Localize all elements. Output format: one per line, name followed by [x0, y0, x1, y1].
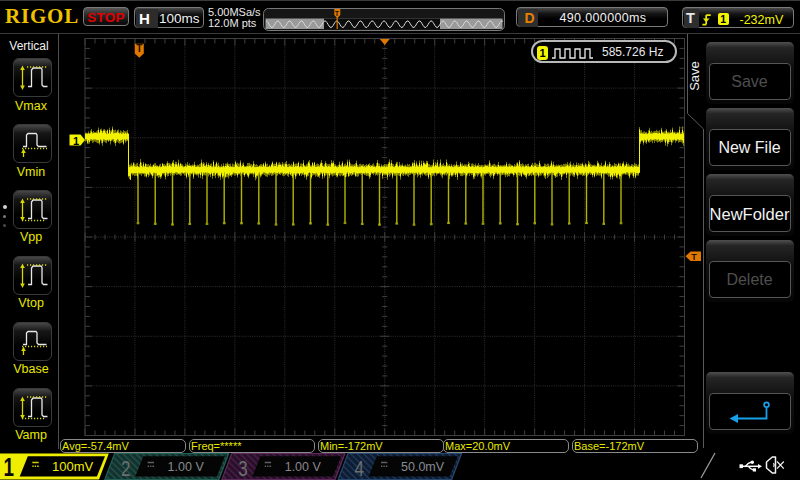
svg-text:3: 3	[238, 456, 248, 480]
svg-text:4: 4	[355, 456, 365, 480]
svg-text:50.0mV: 50.0mV	[401, 460, 445, 474]
svg-text:1: 1	[4, 452, 15, 480]
svg-text:2: 2	[121, 456, 131, 480]
svg-text:100mV: 100mV	[52, 459, 94, 474]
svg-text:1.00 V: 1.00 V	[285, 460, 322, 474]
svg-text:1.00 V: 1.00 V	[168, 460, 205, 474]
